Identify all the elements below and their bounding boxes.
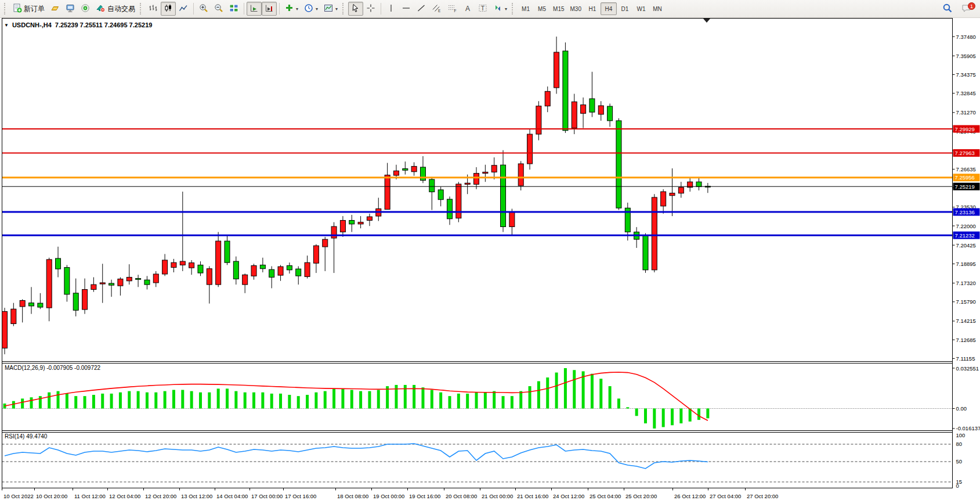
price-badge-label: 7.29929	[955, 126, 975, 132]
macd-histogram-bar	[626, 407, 629, 408]
candle	[572, 102, 577, 128]
rsi-line	[5, 444, 708, 469]
webtrader-icon	[66, 3, 75, 15]
dropdown-arrow-icon: ▾	[316, 6, 318, 12]
trendline-icon	[417, 3, 426, 15]
bar-chart-button[interactable]	[146, 2, 161, 16]
candle	[501, 165, 506, 226]
time-tick-label: 11 Oct 12:00	[74, 493, 106, 499]
text-label-tool-button[interactable]: T	[475, 2, 490, 16]
macd-histogram-bar	[314, 393, 317, 409]
candle	[243, 275, 248, 285]
crosshair-button[interactable]	[363, 2, 378, 16]
time-tick-label: 21 Oct 16:00	[517, 493, 548, 499]
auto-scroll-button[interactable]	[247, 2, 262, 16]
chart-ohlc-values: 7.25239 7.25511 7.24695 7.25219	[55, 21, 153, 28]
macd-histogram-bar	[546, 377, 549, 408]
arrows-tool-button[interactable]: ▾	[490, 2, 510, 16]
timeframe-d1-button[interactable]: D1	[617, 2, 633, 15]
main-toolbar: 新订单 自动交易	[0, 0, 980, 18]
chart-canvas[interactable]: 7.374807.359057.343757.328457.312707.297…	[0, 18, 980, 504]
price-axis: 7.374807.359057.343757.328457.312707.297…	[953, 34, 980, 489]
candle	[393, 171, 399, 175]
timeframe-m1-button[interactable]: M1	[518, 2, 534, 15]
timeframe-m15-button[interactable]: M15	[550, 2, 567, 15]
toolbar-right-tools: 1	[939, 2, 978, 16]
price-tick-label: 7.17320	[956, 280, 976, 286]
macd-histogram-bar	[493, 391, 496, 409]
zoom-in-icon	[199, 3, 208, 15]
macd-histogram-bar	[172, 390, 175, 408]
candle	[420, 167, 425, 181]
candle	[483, 172, 488, 173]
macd-histogram-bar	[154, 393, 157, 409]
line-chart-button[interactable]	[176, 2, 191, 16]
webtrader-button[interactable]	[63, 2, 78, 16]
zoom-in-button[interactable]	[196, 2, 211, 16]
candle	[447, 199, 453, 219]
candle	[385, 175, 390, 209]
periods-button[interactable]: ▾	[301, 2, 321, 16]
tile-windows-button[interactable]	[226, 2, 241, 16]
chart-shift-button[interactable]	[262, 2, 277, 16]
macd-histogram-bar	[679, 409, 682, 424]
indicators-button[interactable]: ▾	[282, 2, 301, 16]
macd-name: MACD(12,26,9)	[5, 365, 45, 371]
candle	[64, 268, 70, 294]
candle	[109, 283, 114, 285]
timeframe-h1-button[interactable]: H1	[584, 2, 601, 15]
zoom-out-button[interactable]	[211, 2, 226, 16]
search-button[interactable]	[939, 2, 956, 16]
trendline-tool-button[interactable]	[414, 2, 429, 16]
autotrading-button[interactable]: 自动交易	[93, 2, 138, 16]
text-tool-button[interactable]: A	[460, 2, 475, 16]
chat-button[interactable]: 1	[959, 2, 974, 15]
cursor-button[interactable]	[348, 2, 363, 16]
vertical-line-tool-button[interactable]	[384, 2, 399, 16]
macd-histogram-bar	[57, 391, 60, 409]
timeframe-mn-button[interactable]: MN	[649, 2, 666, 15]
channel-tool-button[interactable]: E	[429, 2, 444, 16]
price-tick-label: 7.20425	[956, 242, 976, 249]
macd-histogram-bar	[30, 397, 33, 408]
horizontal-line-tool-button[interactable]	[399, 2, 414, 16]
candle	[607, 106, 613, 121]
mt4-window: 新订单 自动交易	[0, 0, 980, 504]
macd-histogram-bar	[306, 395, 309, 408]
candle	[198, 265, 203, 273]
candle	[643, 235, 648, 270]
fibonacci-tool-button[interactable]: F	[444, 2, 460, 16]
time-tick-label: 27 Oct 04:00	[710, 493, 741, 499]
macd-histogram-bar	[146, 393, 149, 409]
timeframe-m5-button[interactable]: M5	[534, 2, 550, 15]
macd-histogram-bar	[635, 409, 638, 416]
new-order-button[interactable]: 新订单	[10, 2, 48, 16]
chart-title-dropdown-icon[interactable]: ▼	[4, 23, 9, 28]
template-icon	[324, 3, 333, 15]
timeframe-m30-button[interactable]: M30	[567, 2, 584, 15]
timeframe-h4-button[interactable]: H4	[601, 2, 617, 15]
candle	[456, 184, 461, 218]
macd-signal-value: -0.009722	[74, 365, 100, 371]
macd-histogram-bar	[252, 393, 255, 409]
candle	[340, 221, 345, 232]
time-axis: 10 Oct 202210 Oct 20:0011 Oct 12:0012 Oc…	[2, 488, 779, 500]
time-tick-label: 21 Oct 00:00	[482, 493, 513, 499]
signals-button[interactable]	[78, 2, 93, 16]
candle	[331, 226, 337, 238]
macd-histogram-bar	[617, 398, 620, 408]
rsi-value: 49.4740	[26, 433, 47, 440]
candle	[56, 258, 61, 269]
candle	[20, 300, 25, 307]
templates-button[interactable]: ▾	[321, 2, 341, 16]
chart-shift-marker-icon[interactable]	[703, 19, 710, 23]
price-tick-label: 7.18895	[956, 261, 976, 267]
price-tick-label: 7.31270	[956, 109, 976, 116]
candlestick-chart-button[interactable]	[161, 2, 176, 16]
funds-button[interactable]	[48, 2, 63, 16]
timeframe-w1-button[interactable]: W1	[633, 2, 649, 15]
chart-frame	[2, 19, 953, 488]
macd-histogram-bar	[199, 393, 202, 409]
tile-windows-icon	[229, 3, 238, 15]
macd-histogram-bar	[484, 393, 487, 409]
